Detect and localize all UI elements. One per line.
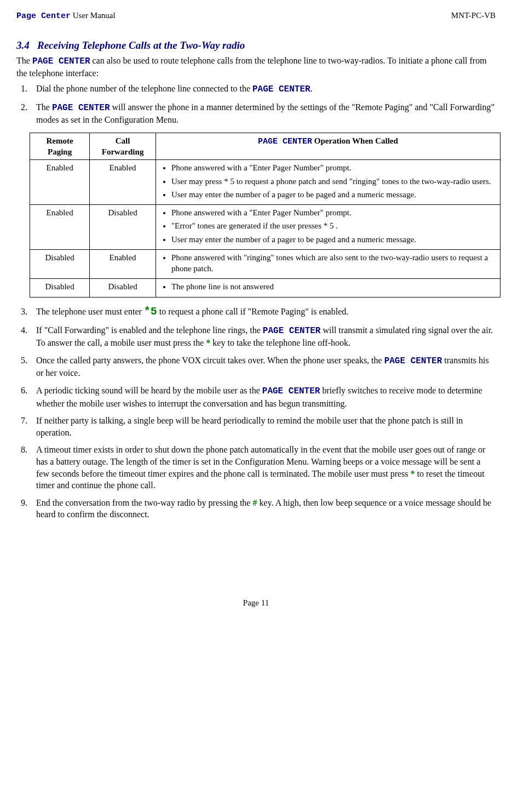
header-suffix: User Manual — [71, 11, 116, 20]
bullet: The phone line is not answered — [171, 281, 496, 292]
step-6: A periodic ticking sound will be heard b… — [30, 385, 496, 409]
cell: Disabled — [90, 279, 156, 297]
step-7: If neither party is talking, a single be… — [30, 415, 496, 438]
section-title: Receiving Telephone Calls at the Two-Way… — [37, 39, 245, 51]
cell: Enabled — [30, 160, 90, 205]
header-left: Page Center User Manual — [16, 10, 116, 22]
key-star: * — [411, 469, 415, 478]
text: The — [36, 102, 52, 112]
cell: Disabled — [30, 279, 90, 297]
text: End the conversation from the two-way ra… — [36, 498, 252, 507]
intro-paragraph: The PAGE CENTER can also be used to rout… — [16, 55, 496, 79]
table-header-row: Remote Paging Call Forwarding PAGE CENTE… — [30, 133, 501, 160]
page-footer: Page 11 — [16, 597, 496, 608]
steps-list: Dial the phone number of the telephone l… — [16, 83, 496, 126]
text: The — [16, 56, 32, 65]
text: If "Call Forwarding" is enabled and the … — [36, 325, 263, 335]
col-call-forwarding: Call Forwarding — [90, 133, 156, 160]
cell: Phone answered with a "Enter Pager Numbe… — [156, 160, 500, 205]
section-number: 3.4 — [16, 39, 30, 51]
text: key to take the telephone line off-hook. — [210, 338, 350, 347]
text: Dial the phone number of the telephone l… — [36, 84, 252, 93]
product-name: PAGE CENTER — [252, 84, 310, 94]
bullet: User may press * 5 to request a phone pa… — [171, 176, 496, 187]
text: to request a phone call if "Remote Pagin… — [157, 307, 348, 316]
step-9: End the conversation from the two-way ra… — [30, 497, 496, 521]
bullet: Phone answered with a "Enter Pager Numbe… — [171, 162, 496, 173]
product-name: PAGE CENTER — [262, 386, 320, 396]
step-4: If "Call Forwarding" is enabled and the … — [30, 324, 496, 349]
bullet: User may enter the number of a pager to … — [171, 234, 496, 245]
step-1: Dial the phone number of the telephone l… — [30, 83, 496, 96]
cell: Enabled — [90, 249, 156, 279]
steps-list-continued: The telephone user must enter *5 to requ… — [16, 304, 496, 521]
table-row: Enabled Enabled Phone answered with a "E… — [30, 160, 501, 205]
product-name: PAGE CENTER — [384, 356, 442, 366]
cell: Phone answered with a "Enter Pager Numbe… — [156, 205, 500, 250]
table-row: Disabled Disabled The phone line is not … — [30, 279, 501, 297]
text: . — [310, 84, 313, 93]
bullet: "Error" tones are generated if the user … — [171, 220, 496, 231]
step-3: The telephone user must enter *5 to requ… — [30, 304, 496, 319]
page-header: Page Center User Manual MNT-PC-VB — [16, 10, 496, 22]
step-5: Once the called party answers, the phone… — [30, 354, 496, 379]
cell: Disabled — [90, 205, 156, 250]
table-row: Enabled Disabled Phone answered with a "… — [30, 205, 501, 250]
text: A periodic ticking sound will be heard b… — [36, 386, 262, 395]
text: Operation When Called — [312, 136, 398, 145]
text: The telephone user must enter — [36, 307, 144, 316]
step-2: The PAGE CENTER will answer the phone in… — [30, 101, 496, 126]
product-name: PAGE CENTER — [32, 56, 90, 66]
product-name: PAGE CENTER — [263, 326, 321, 336]
col-operation: PAGE CENTER Operation When Called — [156, 133, 500, 160]
section-heading: 3.4 Receiving Telephone Calls at the Two… — [16, 38, 496, 53]
cell: Enabled — [30, 205, 90, 250]
header-right: MNT-PC-VB — [451, 10, 496, 22]
cell: Enabled — [90, 160, 156, 205]
product-name: PAGE CENTER — [52, 103, 110, 113]
cell: Disabled — [30, 249, 90, 279]
cell: The phone line is not answered — [156, 279, 500, 297]
text: Once the called party answers, the phone… — [36, 356, 384, 365]
bullet: Phone answered with "ringing" tones whic… — [171, 252, 496, 275]
operation-table: Remote Paging Call Forwarding PAGE CENTE… — [30, 133, 501, 298]
cell: Phone answered with "ringing" tones whic… — [156, 249, 500, 279]
key-sequence: *5 — [144, 305, 157, 318]
bullet: User may enter the number of a pager to … — [171, 189, 496, 200]
product-name: Page Center — [16, 12, 71, 21]
bullet: Phone answered with a "Enter Pager Numbe… — [171, 207, 496, 218]
table-row: Disabled Enabled Phone answered with "ri… — [30, 249, 501, 279]
step-8: A timeout timer exists in order to shut … — [30, 444, 496, 491]
col-remote-paging: Remote Paging — [30, 133, 90, 160]
product-name: PAGE CENTER — [258, 137, 312, 146]
